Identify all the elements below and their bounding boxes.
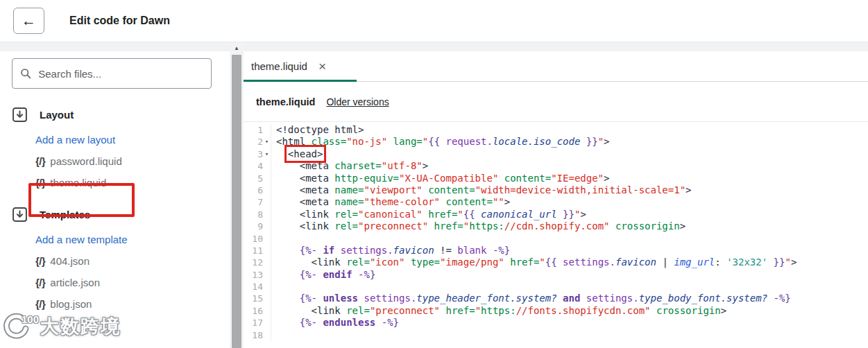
sidebar-item-theme.liquid[interactable]: {/}theme.liquid [35,177,106,189]
code-line: 17 {%- endunless -%} [244,317,868,329]
tab-bar: theme.liquid × [244,51,868,82]
sidebar-scrollbar[interactable]: ▲ [230,42,244,348]
code-line: 6 <meta name="viewport" content="width=d… [244,184,868,196]
code-line: 15 {%- unless settings.type_header_font.… [244,293,868,304]
file-sidebar: LayoutAdd a new layout{/}password.liquid… [0,51,230,348]
code-line-content [271,233,276,245]
code-line: 3▾ <head> [244,148,868,160]
code-line: 8 <link rel="canonical" href="{{ canonic… [244,209,868,220]
code-line: 2▾<html class="no-js" lang="{{ request.l… [244,136,868,148]
tab-label: theme.liquid [251,60,307,72]
gutter [263,220,271,232]
line-number: 6 [244,184,263,196]
gutter [263,173,271,184]
back-button[interactable]: ← [13,8,44,34]
code-line: 5 <meta http-equiv="X-UA-Compatible" con… [244,173,868,184]
line-number: 8 [244,209,263,220]
gutter [263,269,271,281]
file-label: 404.json [50,255,90,267]
code-line: 1<!doctype html> [244,124,868,136]
search-icon [20,67,31,80]
gutter [263,233,271,245]
file-name: theme.liquid [256,96,315,107]
code-line-content: <meta name="theme-color" content=""> [271,196,510,208]
file-label: theme.liquid [50,177,106,189]
line-number: 18 [244,329,263,341]
scrollbar-thumb[interactable] [232,55,241,348]
scrollbar-up-arrow-icon[interactable]: ▲ [230,42,244,53]
code-line: 10 [244,233,868,245]
code-file-icon: {/} [35,177,45,189]
fold-arrow-icon[interactable]: ▾ [263,148,271,160]
top-header: ← Edit code for Dawn [0,0,868,42]
content-area: LayoutAdd a new layout{/}password.liquid… [0,42,868,348]
line-number: 7 [244,196,263,208]
gutter [263,256,271,268]
file-label: article.json [50,277,100,288]
code-line-content: <link rel="preconnect" href="https://fon… [271,305,726,317]
code-file-icon: {/} [35,155,45,167]
line-number: 15 [244,293,263,304]
older-versions-link[interactable]: Older versions [326,96,389,107]
add-new-link[interactable]: Add a new template [35,234,128,245]
fold-arrow-icon[interactable]: ▾ [263,136,271,148]
gutter [263,329,271,341]
back-arrow-icon: ← [22,12,36,29]
gutter [263,184,271,196]
gutter [263,209,271,220]
gutter [263,317,271,329]
code-line-content: {%- endunless -%} [271,317,399,329]
gutter [263,160,271,172]
code-line: 12 <link rel="icon" type="image/png" hre… [244,256,868,268]
code-file-icon: {/} [35,298,45,310]
gutter [263,281,271,293]
code-line-content: <!doctype html> [271,124,364,136]
code-area[interactable]: 1<!doctype html>2▾<html class="no-js" la… [244,122,868,348]
gutter [263,305,271,317]
page-title: Edit code for Dawn [69,15,170,27]
code-line: 4 <meta charset="utf-8"> [244,160,868,172]
line-number: 14 [244,281,263,293]
line-number: 13 [244,269,263,281]
add-new-link[interactable]: Add a new layout [35,134,115,146]
file-label: blog.json [50,298,92,310]
sidebar-item-404.json[interactable]: {/}404.json [35,255,90,267]
line-number: 3 [244,148,263,160]
search-input[interactable] [38,68,203,80]
code-line-content: {%- endif -%} [271,269,375,281]
code-line-content: <link rel="preconnect" href="https://cdn… [271,220,686,232]
line-number: 12 [244,256,263,268]
code-line-content: <head> [271,148,323,160]
code-line: 13 {%- endif -%} [244,269,868,281]
gutter [263,245,271,256]
code-line-content [271,329,276,341]
tab-theme-liquid[interactable]: theme.liquid × [244,51,339,81]
active-tab-indicator [244,80,357,82]
file-label: password.liquid [50,155,121,167]
line-number: 5 [244,173,263,184]
line-number: 17 [244,317,263,329]
line-number: 1 [244,124,263,136]
code-line: 14 [244,281,868,293]
section-folder-icon [12,207,28,223]
code-line: 18 [244,329,868,341]
code-line: 7 <meta name="theme-color" content=""> [244,196,868,208]
code-line-content: <meta name="viewport" content="width=dev… [271,184,692,196]
section-header-templates[interactable]: Templates [12,207,212,223]
section-label: Layout [40,109,74,121]
sidebar-item-password.liquid[interactable]: {/}password.liquid [35,155,122,167]
gutter [263,124,271,136]
section-label: Templates [40,209,90,220]
file-header: theme.liquid Older versions [244,82,868,122]
sidebar-item-article.json[interactable]: {/}article.json [35,277,100,288]
search-files-box[interactable] [12,58,212,89]
tab-close-icon[interactable]: × [318,60,326,73]
line-number: 11 [244,245,263,256]
code-line: 11 {%- if settings.favicon != blank -%} [244,245,868,256]
section-folder-icon [12,107,28,123]
line-number: 10 [244,233,263,245]
sidebar-item-blog.json[interactable]: {/}blog.json [35,298,92,310]
code-line: 16 <link rel="preconnect" href="https://… [244,305,868,317]
code-line-content: <html class="no-js" lang="{{ request.loc… [271,136,610,148]
section-header-layout[interactable]: Layout [12,107,212,123]
